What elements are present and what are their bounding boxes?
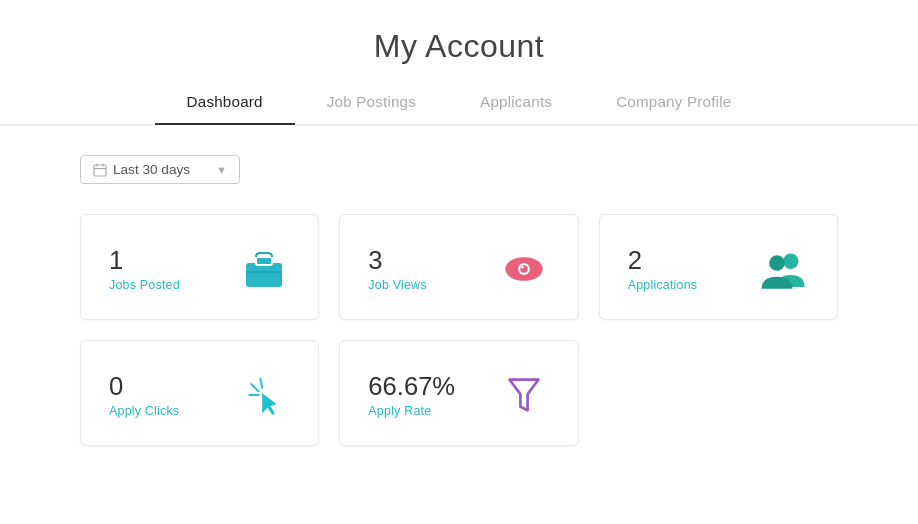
stat-number-job-views: 3 [368,246,426,274]
stat-label-applications: Applications [628,278,698,292]
svg-rect-0 [94,165,106,176]
stat-number-apply-rate: 66.67% [368,372,455,400]
svg-point-13 [769,255,785,271]
svg-rect-7 [246,271,282,273]
svg-line-14 [252,384,259,391]
stat-label-job-views: Job Views [368,278,426,292]
svg-rect-5 [256,257,272,265]
stat-card-applications: 2 Applications [599,214,838,320]
svg-point-10 [520,265,528,273]
people-icon [757,243,809,295]
calendar-icon [93,163,107,177]
stat-card-apply-rate: 66.67% Apply Rate [339,340,578,446]
eye-icon [498,243,550,295]
tabs-nav: Dashboard Job Postings Applicants Compan… [0,83,918,125]
tab-company-profile[interactable]: Company Profile [584,83,763,124]
stat-card-jobs-posted: 1 Jobs Posted [80,214,319,320]
stat-label-apply-clicks: Apply Clicks [109,404,179,418]
stat-card-job-views: 3 Job Views [339,214,578,320]
date-filter-dropdown[interactable]: Last 30 days ▼ [80,155,240,184]
svg-point-11 [521,266,524,269]
stat-label-jobs-posted: Jobs Posted [109,278,180,292]
filter-bar: Last 30 days ▼ [80,155,838,184]
svg-point-12 [783,253,799,269]
stat-number-jobs-posted: 1 [109,246,180,274]
filter-funnel-icon [498,369,550,421]
page-title: My Account [0,0,918,83]
stat-number-applications: 2 [628,246,698,274]
svg-line-15 [261,379,263,388]
stats-bottom-row: 0 Apply Clicks 66.67% Apply Rate [80,340,838,446]
stat-number-apply-clicks: 0 [109,372,179,400]
empty-card [599,340,838,446]
dashboard-content: Last 30 days ▼ 1 Jobs Posted [0,125,918,486]
stats-top-row: 1 Jobs Posted 3 Job Views [80,214,838,320]
briefcase-icon [238,243,290,295]
cursor-icon [238,369,290,421]
stat-card-apply-clicks: 0 Apply Clicks [80,340,319,446]
tab-job-postings[interactable]: Job Postings [295,83,448,124]
chevron-down-icon: ▼ [216,164,227,176]
stat-label-apply-rate: Apply Rate [368,404,455,418]
svg-rect-4 [246,263,282,287]
date-filter-label: Last 30 days [113,162,190,177]
tab-applicants[interactable]: Applicants [448,83,584,124]
tab-dashboard[interactable]: Dashboard [155,83,295,124]
